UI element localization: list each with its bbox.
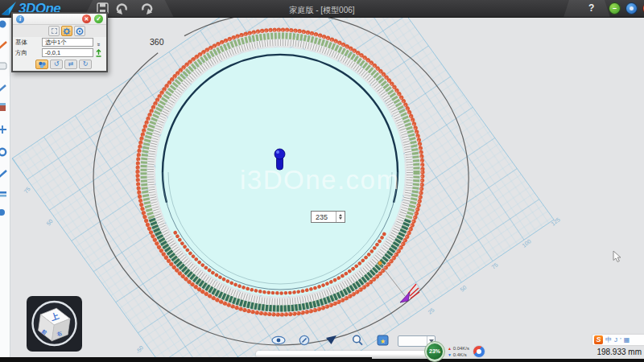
option-button-3[interactable]: ⇄: [64, 60, 77, 69]
length-readout: 198.933 mm: [597, 348, 642, 356]
info-icon: i: [16, 15, 24, 23]
measure-tool-button[interactable]: [299, 335, 311, 346]
dashed-box-icon: [52, 28, 57, 34]
mode-revolve-button[interactable]: [61, 26, 72, 36]
ime-mode-4[interactable]: ▦: [624, 336, 630, 343]
mode-buttons-row: [13, 25, 106, 37]
angle-spinner[interactable]: [336, 212, 345, 222]
memory-percent-ball[interactable]: 23%: [424, 341, 445, 362]
ime-mode-2[interactable]: J: [614, 336, 617, 343]
spinner-down-icon[interactable]: [339, 217, 342, 220]
angle-value[interactable]: 235: [312, 212, 336, 222]
option-buttons-row: ↺ ⇄ ↻: [13, 58, 106, 71]
watermark: i3DOne.com: [240, 165, 399, 195]
taskbar-right: [372, 359, 644, 362]
cancel-button[interactable]: ✕: [82, 14, 91, 23]
spinner-up-icon[interactable]: [339, 214, 342, 216]
mode-sweep-button[interactable]: [74, 26, 85, 36]
revolve-dialog: i ✕ ✓ 基体 选中1个 » 方向 -0,0,1 ↺ ⇄ ↻: [11, 12, 108, 72]
direction-row: 方向 -0,0,1: [13, 47, 106, 58]
help-button[interactable]: ?: [588, 2, 594, 14]
minimize-button[interactable]: –: [609, 2, 621, 14]
taskbar-left: [0, 357, 372, 362]
mode-extrude-button[interactable]: [48, 26, 60, 36]
option-button-4[interactable]: ↻: [79, 60, 92, 69]
ime-mode-chinese[interactable]: 中: [605, 335, 612, 344]
direction-field[interactable]: -0,0,1: [42, 48, 93, 57]
dimension-total-label: 360: [150, 37, 164, 47]
dialog-header: i ✕ ✓: [13, 14, 106, 25]
direction-label: 方向: [15, 49, 42, 57]
browser-icon[interactable]: [473, 345, 485, 358]
ime-toolbar[interactable]: S 中 J ’ ▦: [592, 335, 644, 345]
option-button-2[interactable]: ↺: [50, 60, 63, 69]
angle-input[interactable]: 235: [311, 211, 345, 223]
svg-text:★: ★: [380, 338, 386, 345]
wheel-icon: [76, 27, 84, 35]
base-label: 基体: [15, 39, 42, 47]
favorite-view-button[interactable]: ★: [377, 335, 390, 346]
start-point-marker: [378, 261, 382, 265]
view-navigation-widget[interactable]: 上 前 右: [27, 296, 82, 352]
option-fan-button[interactable]: [35, 60, 48, 69]
sogou-logo[interactable]: S: [594, 335, 603, 344]
show-hide-eye-button[interactable]: [271, 335, 286, 346]
zoom-tool-button[interactable]: [352, 335, 364, 346]
ime-mode-3[interactable]: ’: [620, 336, 621, 343]
gear-icon: [63, 27, 71, 35]
network-monitor-widget[interactable]: 23% ▲ 0.04K/s ▼ 0.4K/s: [424, 341, 485, 362]
pick-direction-icon[interactable]: [93, 46, 104, 60]
base-field[interactable]: 选中1个: [42, 38, 93, 47]
filter-tool-button[interactable]: [325, 335, 337, 345]
net-speeds: ▲ 0.04K/s ▼ 0.4K/s: [448, 345, 469, 358]
maximize-button[interactable]: [625, 2, 638, 14]
ok-button[interactable]: ✓: [94, 14, 103, 23]
sidebar-tool-icons[interactable]: [0, 21, 6, 216]
fan-icon: [38, 60, 47, 69]
base-row: 基体 选中1个 »: [13, 37, 106, 47]
left-toolbar: [0, 18, 10, 357]
